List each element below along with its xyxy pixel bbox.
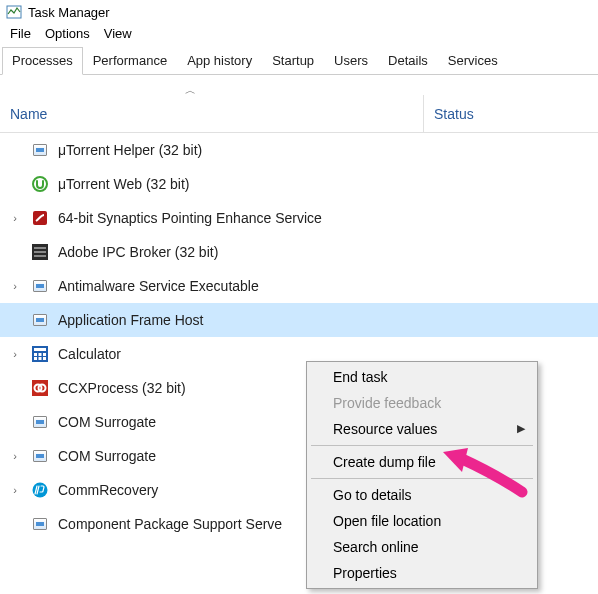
- svg-rect-10: [39, 353, 42, 356]
- app-icon: [6, 4, 22, 20]
- window-title: Task Manager: [28, 5, 110, 20]
- generic-app-icon: [32, 516, 48, 532]
- generic-app-icon: [32, 414, 48, 430]
- hp-icon: [32, 482, 48, 498]
- context-menu-label: Go to details: [333, 487, 412, 503]
- menu-view[interactable]: View: [98, 24, 138, 43]
- column-header: Name Status: [0, 95, 598, 133]
- context-menu-item[interactable]: End task: [309, 364, 535, 390]
- svg-rect-9: [34, 353, 37, 356]
- menu-file[interactable]: File: [4, 24, 37, 43]
- process-row[interactable]: ›64-bit Synaptics Pointing Enhance Servi…: [0, 201, 598, 235]
- column-name[interactable]: Name: [0, 106, 423, 122]
- submenu-arrow-icon: ▶: [517, 422, 525, 435]
- calculator-icon: [32, 346, 48, 362]
- tabbar: Processes Performance App history Startu…: [0, 47, 598, 75]
- expand-chevron-icon[interactable]: ›: [6, 348, 24, 360]
- svg-rect-14: [43, 357, 46, 360]
- menubar: File Options View: [0, 22, 598, 47]
- svg-point-18: [33, 483, 48, 498]
- context-menu-label: Properties: [333, 565, 397, 581]
- process-name: Calculator: [58, 346, 121, 362]
- expand-chevron-icon[interactable]: ›: [6, 280, 24, 292]
- tab-users[interactable]: Users: [324, 47, 378, 74]
- synaptics-icon: [32, 210, 48, 226]
- svg-rect-11: [43, 353, 46, 356]
- generic-app-icon: [32, 448, 48, 464]
- column-status-label: Status: [434, 106, 474, 122]
- menu-separator: [311, 478, 533, 479]
- process-name: Adobe IPC Broker (32 bit): [58, 244, 218, 260]
- tab-performance[interactable]: Performance: [83, 47, 177, 74]
- context-menu-label: Search online: [333, 539, 419, 555]
- process-name: CCXProcess (32 bit): [58, 380, 186, 396]
- context-menu-item[interactable]: Resource values▶: [309, 416, 535, 442]
- process-name: μTorrent Web (32 bit): [58, 176, 190, 192]
- context-menu-label: End task: [333, 369, 387, 385]
- utorrent-icon: [32, 176, 48, 192]
- ccx-icon: [32, 380, 48, 396]
- process-row[interactable]: Adobe IPC Broker (32 bit): [0, 235, 598, 269]
- tab-startup[interactable]: Startup: [262, 47, 324, 74]
- svg-rect-5: [34, 251, 46, 253]
- process-row[interactable]: μTorrent Helper (32 bit): [0, 133, 598, 167]
- svg-rect-13: [39, 357, 42, 360]
- process-row[interactable]: μTorrent Web (32 bit): [0, 167, 598, 201]
- process-name: μTorrent Helper (32 bit): [58, 142, 202, 158]
- process-row[interactable]: ›Antimalware Service Executable: [0, 269, 598, 303]
- context-menu-item[interactable]: Create dump file: [309, 449, 535, 475]
- column-name-label: Name: [10, 106, 47, 122]
- generic-app-icon: [32, 312, 48, 328]
- context-menu-item[interactable]: Open file location: [309, 508, 535, 534]
- svg-rect-8: [34, 348, 46, 351]
- process-name: COM Surrogate: [58, 414, 156, 430]
- process-name: COM Surrogate: [58, 448, 156, 464]
- context-menu-item[interactable]: Search online: [309, 534, 535, 560]
- context-menu-item: Provide feedback: [309, 390, 535, 416]
- process-name: Antimalware Service Executable: [58, 278, 259, 294]
- svg-rect-4: [34, 247, 46, 249]
- adobe-ipc-icon: [32, 244, 48, 260]
- context-menu-label: Resource values: [333, 421, 437, 437]
- context-menu-item[interactable]: Go to details: [309, 482, 535, 508]
- process-name: Application Frame Host: [58, 312, 204, 328]
- tab-details[interactable]: Details: [378, 47, 438, 74]
- context-menu: End taskProvide feedbackResource values▶…: [306, 361, 538, 589]
- context-menu-label: Provide feedback: [333, 395, 441, 411]
- titlebar: Task Manager: [0, 0, 598, 22]
- process-name: CommRecovery: [58, 482, 158, 498]
- process-name: 64-bit Synaptics Pointing Enhance Servic…: [58, 210, 322, 226]
- process-row[interactable]: Application Frame Host: [0, 303, 598, 337]
- context-menu-label: Create dump file: [333, 454, 436, 470]
- menu-separator: [311, 445, 533, 446]
- svg-rect-6: [34, 255, 46, 257]
- svg-rect-12: [34, 357, 37, 360]
- tab-app-history[interactable]: App history: [177, 47, 262, 74]
- tab-processes[interactable]: Processes: [2, 47, 83, 75]
- expand-chevron-icon[interactable]: ›: [6, 450, 24, 462]
- expand-chevron-icon[interactable]: ›: [6, 484, 24, 496]
- menu-options[interactable]: Options: [39, 24, 96, 43]
- generic-app-icon: [32, 278, 48, 294]
- context-menu-label: Open file location: [333, 513, 441, 529]
- expand-chevron-icon[interactable]: ›: [6, 212, 24, 224]
- context-menu-item[interactable]: Properties: [309, 560, 535, 586]
- process-name: Component Package Support Serve: [58, 516, 282, 532]
- column-status[interactable]: Status: [423, 95, 598, 132]
- generic-app-icon: [32, 142, 48, 158]
- tab-services[interactable]: Services: [438, 47, 508, 74]
